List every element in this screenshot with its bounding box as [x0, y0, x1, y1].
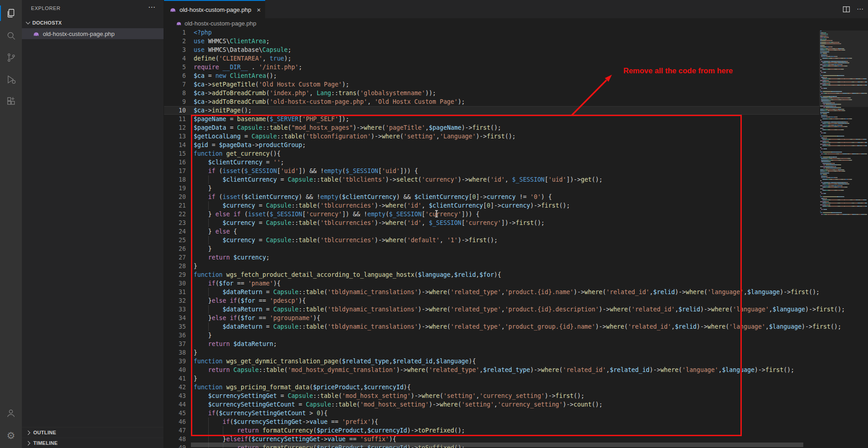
minimap-token: [822, 80, 822, 81]
code-line[interactable]: } else if (isset($_SESSION['currency']) …: [194, 210, 819, 219]
line-number: 14: [164, 141, 186, 149]
code-token: <?php: [194, 29, 212, 36]
activity-bar: ⚙: [0, 0, 22, 448]
code-line[interactable]: require __DIR__ . '/init.php';: [194, 63, 819, 71]
code-line[interactable]: $currency = Capsule::table('tblcurrencie…: [194, 219, 819, 227]
code-line[interactable]: $currencySettingGet = Capsule::table('mo…: [194, 392, 819, 400]
code-line[interactable]: $clientCurrency = '';: [194, 158, 819, 167]
code-line[interactable]: $currencySettingGetCount = Capsule::tabl…: [194, 400, 819, 409]
code-line[interactable]: function wgs_fetch_product_detail_accord…: [194, 270, 819, 279]
code-line[interactable]: if($for == 'pname'){: [194, 279, 819, 288]
source-control-icon[interactable]: [0, 47, 22, 68]
minimap-token: [849, 214, 852, 215]
code-line[interactable]: }: [194, 331, 819, 340]
code-line[interactable]: $getLocalLang = Capsule::table('tblconfi…: [194, 132, 819, 141]
code-line[interactable]: $currency = Capsule::table('tblcurrencie…: [194, 236, 819, 244]
minimap-token: [821, 55, 825, 56]
code-line[interactable]: $ca->initPage();: [194, 106, 819, 115]
code-line[interactable]: use WHMCS\Database\Capsule;: [194, 46, 819, 54]
code-line[interactable]: $dataReturn = Capsule::table('tbldynamic…: [194, 305, 819, 314]
code-line[interactable]: }: [194, 184, 819, 193]
code-line[interactable]: if (isset($_SESSION['uid']) && !empty($_…: [194, 167, 819, 175]
minimap-token: [847, 187, 847, 188]
code-line[interactable]: } else {: [194, 227, 819, 236]
code-line[interactable]: function wgs_get_dynmic_translation_page…: [194, 357, 819, 366]
code-line[interactable]: return $dataReturn;: [194, 340, 819, 348]
code-line[interactable]: $dataReturn = Capsule::table('tbldynamic…: [194, 288, 819, 296]
code-line[interactable]: $clientCurrency = Capsule::table('tblcli…: [194, 175, 819, 184]
tab-old-hostx-custom-page[interactable]: old-hostx-custom-page.php ×: [164, 0, 265, 18]
code-line[interactable]: if($currencySettingGet->value == 'prefix…: [194, 417, 819, 426]
line-number: 12: [164, 123, 186, 132]
code-line[interactable]: return $currency;: [194, 253, 819, 262]
minimap-token: [828, 37, 829, 38]
code-line[interactable]: }: [194, 244, 819, 253]
code-token: wgs_fetch_product_detail_according_to_la…: [226, 271, 414, 278]
code-line[interactable]: use WHMCS\ClientArea;: [194, 37, 819, 46]
code-line[interactable]: function wgs_pricing_format_data($priceP…: [194, 383, 819, 392]
code-line[interactable]: $ca->addToBreadCrumb('index.php', Lang::…: [194, 89, 819, 97]
code-line[interactable]: $ca->setPageTitle('Old Hostx Custom Page…: [194, 80, 819, 89]
code-line[interactable]: if (isset($clientCurrency) && !empty($cl…: [194, 193, 819, 201]
code-line[interactable]: $dataReturn = Capsule::table('tbldynamic…: [194, 322, 819, 331]
code-token: (: [729, 306, 733, 313]
outline-section[interactable]: OUTLINE: [22, 427, 164, 438]
close-icon[interactable]: ×: [257, 6, 261, 14]
code-line[interactable]: <?php: [194, 28, 819, 37]
code-line[interactable]: return formatCurrency($priceProduct,$cur…: [194, 426, 819, 435]
code-line[interactable]: $currency = Capsule::table('tblcurrencie…: [194, 201, 819, 210]
code-line[interactable]: if($currencySettingGetCount > 0){: [194, 409, 819, 417]
minimap-token: [834, 104, 837, 105]
code-token: ==: [346, 436, 360, 443]
code-token: ){: [320, 410, 328, 417]
minimap-token: [849, 123, 850, 124]
timeline-section[interactable]: TIMELINE: [22, 438, 164, 448]
horizontal-scrollbar[interactable]: [191, 443, 803, 447]
code-line[interactable]: }: [194, 374, 819, 383]
file-item-php[interactable]: old-hostx-custom-page.php: [22, 28, 164, 39]
code-token: where: [541, 367, 559, 373]
code-token: (: [678, 367, 682, 373]
code-line[interactable]: }else if($for == 'pdescp'){: [194, 296, 819, 305]
code-token: return: [208, 254, 230, 261]
search-icon[interactable]: [0, 25, 22, 46]
code-token: empty: [324, 168, 342, 174]
minimap-token: [823, 102, 829, 103]
minimap[interactable]: [819, 28, 868, 448]
minimap-token: [829, 50, 834, 51]
code-line[interactable]: define('CLIENTAREA', true);: [194, 54, 819, 63]
settings-icon[interactable]: ⚙: [0, 425, 22, 446]
accounts-icon[interactable]: [0, 402, 22, 423]
code-line[interactable]: $pageName = basename($_SERVER['PHP_SELF'…: [194, 115, 819, 123]
more-actions-icon[interactable]: ⋯: [148, 3, 155, 11]
extensions-icon[interactable]: [0, 91, 22, 112]
minimap-token: [840, 142, 844, 143]
code-token: if: [208, 168, 216, 174]
minimap-token: [853, 214, 856, 215]
code-line[interactable]: }: [194, 348, 819, 357]
code-line[interactable]: return Capsule::table('mod_hostx_dynmic_…: [194, 366, 819, 374]
sidebar-root-folder[interactable]: DOCHOSTX: [22, 18, 164, 28]
code-line[interactable]: $pageData = Capsule::table("mod_hostx_pa…: [194, 123, 819, 132]
code-token: 'pageTitle': [385, 124, 425, 131]
code-line[interactable]: $ca = new ClientArea();: [194, 71, 819, 80]
code-lines[interactable]: <?phpuse WHMCS\ClientArea;use WHMCS\Data…: [194, 28, 819, 448]
code-line[interactable]: }: [194, 262, 819, 270]
code-editor[interactable]: 1234567891011121314151617181920212223242…: [164, 28, 868, 448]
code-line[interactable]: $gid = $pageData->productGroup;: [194, 141, 819, 149]
code-token: (: [704, 289, 708, 295]
code-token: Capsule: [273, 306, 299, 313]
code-token: function: [194, 384, 223, 391]
minimap-token: [826, 72, 826, 73]
more-actions-icon[interactable]: ⋯: [857, 5, 863, 13]
breadcrumb[interactable]: old-hostx-custom-page.php: [164, 18, 868, 28]
code-line[interactable]: $ca->addToBreadCrumb('old-hostx-custom-p…: [194, 97, 819, 106]
code-token: get: [581, 176, 592, 183]
run-debug-icon[interactable]: [0, 69, 22, 90]
code-token: )->: [530, 202, 541, 209]
code-line[interactable]: function get_currency(){: [194, 149, 819, 158]
split-editor-icon[interactable]: [842, 5, 850, 13]
explorer-icon[interactable]: [0, 3, 22, 24]
code-line[interactable]: }else if($for == 'pgroupname'){: [194, 314, 819, 322]
code-token: ;: [302, 142, 306, 148]
